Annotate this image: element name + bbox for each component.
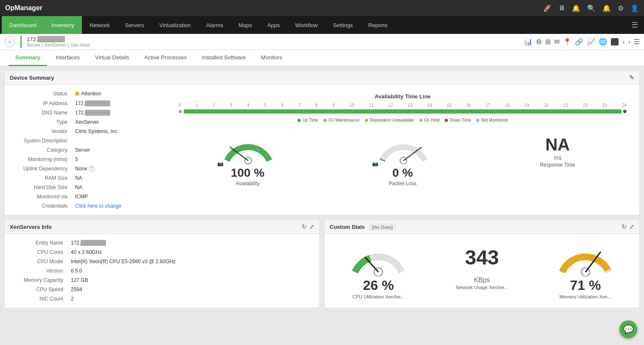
xenservers-title: XenServers Info	[10, 224, 52, 230]
custom-dials-card: Custom Dials [No Data] ↻ ⤢	[324, 220, 640, 308]
response-time-unit: ms	[484, 154, 631, 161]
timeline-row	[174, 108, 631, 115]
dial-memory: 71 % Memory Utilization Xen...	[536, 238, 635, 299]
availability-legend: Up Time On Maintenance Dependent Unavail…	[174, 118, 631, 122]
response-time-label: Response Time	[484, 162, 631, 168]
network-label: Network Usage XenSer...	[432, 285, 532, 290]
timeline-bar	[184, 109, 622, 114]
menu-icon[interactable]: ☰	[634, 38, 640, 46]
camera2-icon[interactable]: 📷	[372, 161, 378, 167]
availability-label: Availability	[174, 181, 321, 186]
availability-value: 100 %	[174, 166, 321, 180]
table-row: IP Address 172.███████	[13, 99, 157, 108]
camera-icon[interactable]: 📷	[217, 161, 224, 167]
custom-dials-header: Custom Dials [No Data] ↻ ⤢	[325, 220, 639, 234]
terminal-icon[interactable]: ⬛	[610, 38, 619, 46]
meter-availability: 📷 100 % Availability	[174, 131, 321, 186]
refresh-icon[interactable]: ↻	[302, 223, 307, 230]
nav-servers[interactable]: Servers	[118, 16, 152, 34]
table-row: Uplink Dependency None ?	[13, 164, 157, 173]
packet-loss-gauge	[376, 131, 431, 165]
nav-virtualization[interactable]: Virtualization	[152, 16, 199, 34]
memory-gauge	[556, 238, 615, 276]
nav-network[interactable]: Network	[82, 16, 118, 34]
link-icon[interactable]: 🔗	[575, 38, 583, 46]
search-icon[interactable]: 🔍	[587, 4, 596, 12]
nav-alarms[interactable]: Alarms	[199, 16, 231, 34]
meters-row: 📷 100 % Availability	[174, 131, 631, 186]
globe-icon[interactable]: 🌐	[599, 38, 607, 46]
xenservers-info-card: XenServers Info ↻ ⤢ Entity Name 172.████…	[4, 220, 320, 308]
expand3-icon[interactable]: ⤢	[629, 223, 634, 230]
monitor-icon[interactable]: 🖥	[558, 4, 565, 12]
timeline-numbers: 012345 67891011 121314151617 18192021222…	[174, 103, 631, 108]
nav-inventory[interactable]: Inventory	[44, 16, 82, 34]
gear-icon[interactable]: ⚙	[618, 4, 624, 12]
table-row: Monitored via ICMP	[13, 192, 157, 201]
nav-maps[interactable]: Maps	[231, 16, 260, 34]
table-row: Version 6.5.0	[13, 266, 311, 275]
no-data-badge: [No Data]	[369, 224, 396, 231]
nav-apps[interactable]: Apps	[260, 16, 288, 34]
nav-workflow[interactable]: Workflow	[288, 16, 325, 34]
location-icon[interactable]: 📍	[563, 38, 571, 46]
status-dot	[75, 92, 79, 96]
back-button[interactable]: ‹	[4, 36, 15, 47]
breadcrumb-divider	[20, 36, 22, 48]
edit-icon[interactable]: ✎	[629, 74, 634, 81]
tab-summary[interactable]: Summary	[8, 50, 47, 66]
grid-icon[interactable]: ⊞	[545, 38, 551, 46]
nav-dashboard[interactable]: Dashboard	[2, 16, 44, 34]
user-icon[interactable]: 👤	[630, 4, 639, 12]
chart-icon[interactable]: 📊	[524, 38, 532, 46]
custom-dials-body: 26 % CPU Utilization XenSer... 343 KBps …	[325, 234, 639, 303]
mail-icon[interactable]: ✉	[554, 38, 560, 46]
device-summary-header: Device Summary ✎	[5, 71, 639, 85]
cpu-gauge	[349, 238, 408, 276]
meter-packet-loss: 📷 0 % Packet Loss	[329, 131, 476, 186]
tab-virtual-details[interactable]: Virtual Details	[88, 50, 136, 66]
xenservers-header-icons: ↻ ⤢	[302, 223, 314, 230]
tab-installed-software[interactable]: Installed Software	[195, 50, 252, 66]
top-bar: OpManager 🚀 🖥 🔔 🔍 🔔 ⚙ 👤	[0, 0, 644, 16]
legend-dependent-dot	[365, 119, 368, 122]
breadcrumb: 172.███████ Server | XenServer | Xen-Hos…	[27, 36, 90, 47]
dial-network: 343 KBps Network Usage XenSer...	[432, 238, 532, 299]
table-row: NIC Count 2	[13, 294, 311, 303]
bell-outline-icon[interactable]: 🔔	[572, 4, 580, 12]
legend-maintenance-dot	[323, 119, 327, 122]
table-row: Monitoring (mins) 5	[13, 155, 157, 164]
table-row: CPU Cores 40 x 2.60GHz	[13, 248, 311, 257]
tab-interfaces[interactable]: Interfaces	[49, 50, 87, 66]
prev-icon[interactable]: ‹	[622, 38, 624, 46]
nav-reports[interactable]: Reports	[361, 16, 395, 34]
legend-notmonitored-dot	[476, 119, 479, 122]
rocket-icon[interactable]: 🚀	[543, 4, 552, 12]
trend-icon[interactable]: 📈	[587, 38, 595, 46]
refresh2-icon[interactable]: ↻	[622, 223, 627, 230]
expand-icon[interactable]: ☰	[631, 20, 638, 30]
config-icon[interactable]: ⚙	[536, 38, 542, 46]
legend-downtime-dot	[445, 119, 448, 122]
tab-active-processes[interactable]: Active Processes	[137, 50, 193, 66]
table-row: RAM Size NA	[13, 173, 157, 183]
credentials-link[interactable]: Click here to change	[75, 203, 121, 209]
alert-icon[interactable]: 🔔	[602, 4, 611, 12]
tab-monitors[interactable]: Monitors	[254, 50, 289, 66]
table-row: Entity Name 172.███████	[13, 238, 311, 248]
cpu-value: 26 %	[329, 278, 428, 293]
next-icon[interactable]: ›	[628, 38, 630, 46]
table-row: Memory Capacity 127 GB	[13, 275, 311, 285]
custom-dials-header-icons: ↻ ⤢	[622, 223, 634, 230]
table-row: Status Attention	[13, 89, 157, 99]
dial-cpu: 26 % CPU Utilization XenSer...	[329, 238, 428, 299]
bottom-row: XenServers Info ↻ ⤢ Entity Name 172.████…	[4, 220, 640, 312]
table-row: Category Server	[13, 145, 157, 155]
cpu-label: CPU Utilization XenSer...	[329, 294, 428, 299]
device-summary-body: Status Attention IP Address 172.███████	[5, 85, 639, 215]
nav-settings[interactable]: Settings	[325, 16, 361, 34]
expand2-icon[interactable]: ⤢	[309, 223, 314, 230]
availability-title: Availability Time Line	[174, 93, 631, 100]
device-name: 172.███████	[27, 36, 90, 42]
legend-uptime-dot	[297, 119, 301, 122]
